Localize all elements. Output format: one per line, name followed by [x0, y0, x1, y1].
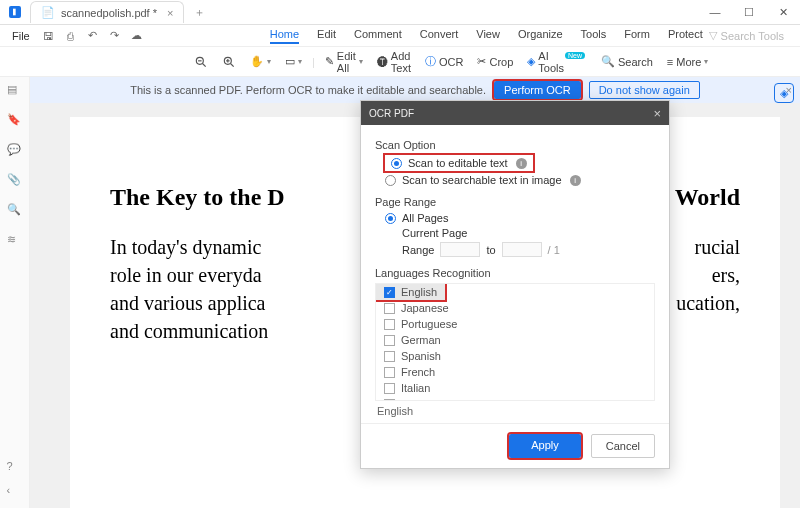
info-icon[interactable]: i — [516, 158, 527, 169]
search-pane-icon[interactable]: 🔍 — [7, 203, 23, 219]
menu-comment[interactable]: Comment — [354, 28, 402, 44]
menu-view[interactable]: View — [476, 28, 500, 44]
edit-all-button[interactable]: ✎ Edit All▾ — [321, 48, 367, 76]
lang-english[interactable]: ✓ English — [376, 284, 445, 300]
cancel-button[interactable]: Cancel — [591, 434, 655, 458]
all-pages-option[interactable]: All Pages — [385, 212, 655, 224]
help-icon[interactable]: ? — [7, 460, 23, 476]
scan-editable-option[interactable]: Scan to editable text i — [385, 155, 533, 171]
range-option[interactable]: Range to / 1 — [385, 242, 655, 257]
doc-paragraph-left: In today's dynamic role in our everyda a… — [110, 233, 268, 345]
range-from-input[interactable] — [440, 242, 480, 257]
undo-icon[interactable]: ↶ — [84, 27, 102, 45]
bookmark-icon[interactable]: 🔖 — [7, 113, 23, 129]
menu-convert[interactable]: Convert — [420, 28, 459, 44]
zoom-in-button[interactable] — [218, 53, 240, 71]
current-page-option[interactable]: Current Page — [385, 227, 655, 239]
do-not-show-again-button[interactable]: Do not show again — [589, 81, 700, 99]
more-button[interactable]: ≡ More▾ — [663, 54, 712, 70]
title-bar: 📄 scannedpolish.pdf * × ＋ — ☐ ✕ — [0, 0, 800, 25]
doc-heading-1-left: The Key to the D — [110, 184, 285, 211]
crop-button[interactable]: ✂ Crop — [473, 53, 517, 70]
lang-portuguese[interactable]: Portuguese — [376, 316, 654, 332]
filter-icon: ▽ — [709, 29, 717, 42]
lang-german[interactable]: German — [376, 332, 654, 348]
languages-label: Languages Recognition — [375, 267, 655, 279]
layers-icon[interactable]: ≋ — [7, 233, 23, 249]
lang-chinese-trad[interactable]: Chinese_Traditional — [376, 396, 654, 401]
scan-option-label: Scan Option — [375, 139, 655, 151]
ai-float-button[interactable]: ◈ — [774, 83, 794, 103]
tab-close-icon[interactable]: × — [167, 7, 173, 19]
menu-home[interactable]: Home — [270, 28, 299, 44]
ai-tools-button[interactable]: ◈ AI ToolsNew — [523, 48, 591, 76]
perform-ocr-button[interactable]: Perform OCR — [494, 81, 581, 99]
app-logo — [0, 0, 30, 25]
menu-form[interactable]: Form — [624, 28, 650, 44]
collapse-icon[interactable]: ‹ — [7, 484, 23, 500]
dialog-titlebar: OCR PDF × — [361, 101, 669, 125]
comment-icon[interactable]: 💬 — [7, 143, 23, 159]
toolbar: ✋▾ ▭▾ | ✎ Edit All▾ 🅣 Add Text ⓘ OCR ✂ C… — [0, 47, 800, 77]
maximize-button[interactable]: ☐ — [732, 0, 766, 25]
dialog-close-icon[interactable]: × — [653, 106, 661, 121]
minimize-button[interactable]: — — [698, 0, 732, 25]
thumbnail-icon[interactable]: ▤ — [7, 83, 23, 99]
new-tab-button[interactable]: ＋ — [188, 1, 210, 23]
ocr-button[interactable]: ⓘ OCR — [421, 52, 467, 71]
cloud-icon[interactable]: ☁ — [128, 27, 146, 45]
window-controls: — ☐ ✕ — [698, 0, 800, 25]
doc-heading-1-right: World — [675, 184, 740, 211]
scan-searchable-option[interactable]: Scan to searchable text in image i — [385, 174, 655, 186]
menu-bar: File 🖫 ⎙ ↶ ↷ ☁ Home Edit Comment Convert… — [0, 25, 800, 47]
attachment-icon[interactable]: 📎 — [7, 173, 23, 189]
ocr-dialog: OCR PDF × Scan Option Scan to editable t… — [360, 100, 670, 469]
doc-paragraph-right: rucial ers, ucation, — [676, 233, 740, 345]
lang-french[interactable]: French — [376, 364, 654, 380]
range-to-input[interactable] — [502, 242, 542, 257]
close-button[interactable]: ✕ — [766, 0, 800, 25]
language-summary: English — [377, 405, 655, 417]
search-tools[interactable]: ▽ Search Tools — [709, 29, 794, 42]
menu-edit[interactable]: Edit — [317, 28, 336, 44]
svg-line-6 — [231, 63, 234, 66]
dialog-footer: Apply Cancel — [361, 423, 669, 468]
svg-rect-1 — [13, 9, 16, 16]
lang-japanese[interactable]: Japanese — [376, 300, 654, 316]
file-icon: 📄 — [41, 6, 55, 19]
hand-tool-button[interactable]: ✋▾ — [246, 53, 275, 70]
menu-tools[interactable]: Tools — [581, 28, 607, 44]
info-icon[interactable]: i — [570, 175, 581, 186]
tab-title: scannedpolish.pdf * — [61, 7, 157, 19]
lang-spanish[interactable]: Spanish — [376, 348, 654, 364]
shape-tool-button[interactable]: ▭▾ — [281, 53, 306, 70]
language-list[interactable]: ✓ English Japanese Portuguese German Spa… — [375, 283, 655, 401]
menu-organize[interactable]: Organize — [518, 28, 563, 44]
file-menu[interactable]: File — [6, 30, 36, 42]
menu-protect[interactable]: Protect — [668, 28, 703, 44]
apply-button[interactable]: Apply — [509, 434, 581, 458]
add-text-button[interactable]: 🅣 Add Text — [373, 48, 415, 76]
print-icon[interactable]: ⎙ — [62, 27, 80, 45]
dialog-title: OCR PDF — [369, 108, 414, 119]
page-range-label: Page Range — [375, 196, 655, 208]
document-tab[interactable]: 📄 scannedpolish.pdf * × — [30, 1, 184, 23]
search-button[interactable]: 🔍 Search — [597, 53, 657, 70]
svg-line-3 — [203, 63, 206, 66]
banner-message: This is a scanned PDF. Perform OCR to ma… — [130, 84, 486, 96]
radio-icon — [385, 175, 396, 186]
zoom-out-button[interactable] — [190, 53, 212, 71]
redo-icon[interactable]: ↷ — [106, 27, 124, 45]
main-menus: Home Edit Comment Convert View Organize … — [270, 28, 703, 44]
lang-italian[interactable]: Italian — [376, 380, 654, 396]
save-icon[interactable]: 🖫 — [40, 27, 58, 45]
radio-selected-icon — [385, 213, 396, 224]
left-sidebar: ▤ 🔖 💬 📎 🔍 ≋ ? ‹ — [0, 77, 30, 508]
checkbox-checked-icon: ✓ — [384, 287, 395, 298]
radio-selected-icon — [391, 158, 402, 169]
